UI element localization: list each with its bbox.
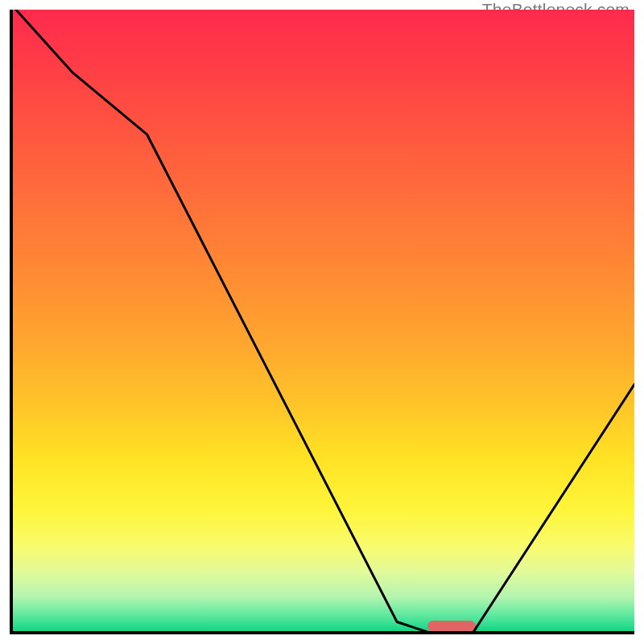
plot-area (10, 10, 634, 634)
bottleneck-curve (10, 10, 634, 634)
chart-container: TheBottleneck.com (0, 0, 644, 644)
